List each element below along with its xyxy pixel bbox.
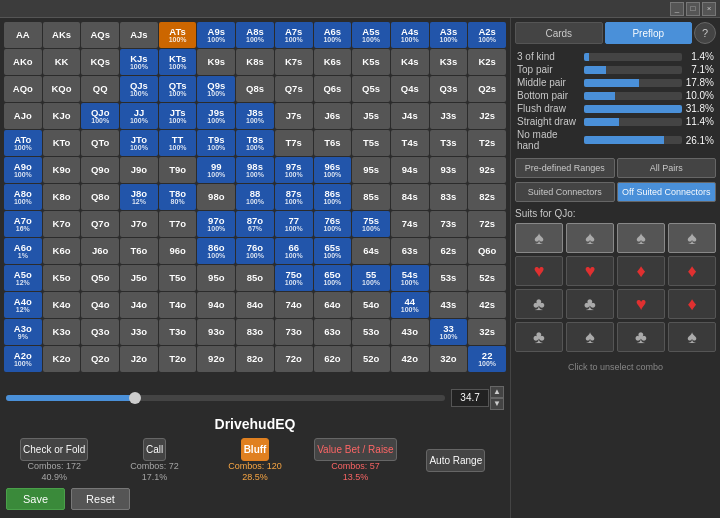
hand-cell[interactable]: 75o100%	[275, 265, 313, 291]
hand-cell[interactable]: Q8o	[81, 184, 119, 210]
help-btn[interactable]: ?	[694, 22, 716, 44]
hand-cell[interactable]: T5o	[159, 265, 197, 291]
hand-cell[interactable]: AJo	[4, 103, 42, 129]
hand-cell[interactable]: K8o	[43, 184, 81, 210]
hand-cell[interactable]: KTo	[43, 130, 81, 156]
suit-cell[interactable]: ♠	[668, 322, 716, 352]
hand-cell[interactable]: J3s	[430, 103, 468, 129]
hand-cell[interactable]: 53o	[352, 319, 390, 345]
hand-cell[interactable]: 65s100%	[314, 238, 352, 264]
hand-cell[interactable]: KQo	[43, 76, 81, 102]
hand-cell[interactable]: K8s	[236, 49, 274, 75]
suit-cell[interactable]: ♠	[617, 223, 665, 253]
hand-cell[interactable]: J2o	[120, 346, 158, 372]
hand-cell[interactable]: 52s	[468, 265, 506, 291]
hand-cell[interactable]: 83s	[430, 184, 468, 210]
hand-cell[interactable]: J7o	[120, 211, 158, 237]
hand-cell[interactable]: ATo100%	[4, 130, 42, 156]
suit-cell[interactable]: ♦	[668, 256, 716, 286]
hand-cell[interactable]: J2s	[468, 103, 506, 129]
hand-cell[interactable]: KK	[43, 49, 81, 75]
hand-cell[interactable]: 54o	[352, 292, 390, 318]
hand-cell[interactable]: J7s	[275, 103, 313, 129]
hand-cell[interactable]: 87s100%	[275, 184, 313, 210]
predefined-ranges-btn[interactable]: Pre-defined Ranges	[515, 158, 615, 178]
hand-cell[interactable]: KJs100%	[120, 49, 158, 75]
suited-connectors-btn[interactable]: Suited Connectors	[515, 182, 615, 202]
hand-cell[interactable]: AQo	[4, 76, 42, 102]
suit-cell[interactable]: ♥	[515, 256, 563, 286]
hand-cell[interactable]: 72s	[468, 211, 506, 237]
hand-cell[interactable]: 92s	[468, 157, 506, 183]
hand-cell[interactable]: Q9s100%	[197, 76, 235, 102]
suit-cell[interactable]: ♣	[566, 289, 614, 319]
hand-cell[interactable]: A2o100%	[4, 346, 42, 372]
hand-cell[interactable]: J6o	[81, 238, 119, 264]
hand-cell[interactable]: 82s	[468, 184, 506, 210]
hand-cell[interactable]: 42o	[391, 346, 429, 372]
hand-cell[interactable]: A6o1%	[4, 238, 42, 264]
hand-cell[interactable]: A7o16%	[4, 211, 42, 237]
hand-cell[interactable]: 85s	[352, 184, 390, 210]
hand-cell[interactable]: Q6s	[314, 76, 352, 102]
hand-cell[interactable]: 76o100%	[236, 238, 274, 264]
cards-tab[interactable]: Cards	[515, 22, 603, 44]
hand-cell[interactable]: J9o	[120, 157, 158, 183]
hand-cell[interactable]: A5o12%	[4, 265, 42, 291]
hand-cell[interactable]: 88100%	[236, 184, 274, 210]
hand-cell[interactable]: QJs100%	[120, 76, 158, 102]
hand-cell[interactable]: QJo100%	[81, 103, 119, 129]
hand-cell[interactable]: 62s	[430, 238, 468, 264]
hand-cell[interactable]: 93o	[197, 319, 235, 345]
hand-cell[interactable]: A4o12%	[4, 292, 42, 318]
hand-cell[interactable]: K3o	[43, 319, 81, 345]
hand-cell[interactable]: 64s	[352, 238, 390, 264]
hand-cell[interactable]: Q3o	[81, 319, 119, 345]
hand-cell[interactable]: 54s100%	[391, 265, 429, 291]
hand-cell[interactable]: T3o	[159, 319, 197, 345]
hand-cell[interactable]: K4o	[43, 292, 81, 318]
hand-cell[interactable]: Q5o	[81, 265, 119, 291]
suit-cell[interactable]: ♣	[617, 322, 665, 352]
hand-cell[interactable]: K5o	[43, 265, 81, 291]
hand-cell[interactable]: K6o	[43, 238, 81, 264]
hand-cell[interactable]: K6s	[314, 49, 352, 75]
hand-cell[interactable]: 77100%	[275, 211, 313, 237]
hand-cell[interactable]: Q6o	[468, 238, 506, 264]
hand-cell[interactable]: Q3s	[430, 76, 468, 102]
hand-cell[interactable]: 96s100%	[314, 157, 352, 183]
hand-cell[interactable]: A3o9%	[4, 319, 42, 345]
hand-cell[interactable]: J9s100%	[197, 103, 235, 129]
hand-cell[interactable]: J8s100%	[236, 103, 274, 129]
hand-cell[interactable]: K9s	[197, 49, 235, 75]
hand-cell[interactable]: 63o	[314, 319, 352, 345]
suit-cell[interactable]: ♦	[617, 256, 665, 286]
hand-cell[interactable]: T8o80%	[159, 184, 197, 210]
suit-cell[interactable]: ♦	[668, 289, 716, 319]
hand-cell[interactable]: QTs100%	[159, 76, 197, 102]
hand-cell[interactable]: QQ	[81, 76, 119, 102]
hand-cell[interactable]: T6s	[314, 130, 352, 156]
hand-cell[interactable]: 83o	[236, 319, 274, 345]
save-btn[interactable]: Save	[6, 488, 65, 510]
hand-cell[interactable]: 64o	[314, 292, 352, 318]
hand-cell[interactable]: J3o	[120, 319, 158, 345]
hand-cell[interactable]: T6o	[120, 238, 158, 264]
hand-cell[interactable]: AKo	[4, 49, 42, 75]
hand-cell[interactable]: J8o12%	[120, 184, 158, 210]
hand-cell[interactable]: K7o	[43, 211, 81, 237]
hand-cell[interactable]: 44100%	[391, 292, 429, 318]
hand-cell[interactable]: JTs100%	[159, 103, 197, 129]
hand-cell[interactable]: 84o	[236, 292, 274, 318]
hand-cell[interactable]: Q7o	[81, 211, 119, 237]
hand-cell[interactable]: J5o	[120, 265, 158, 291]
hand-cell[interactable]: A9o100%	[4, 157, 42, 183]
hand-cell[interactable]: T5s	[352, 130, 390, 156]
hand-cell[interactable]: 52o	[352, 346, 390, 372]
auto-range-btn[interactable]: Auto Range	[426, 449, 485, 472]
hand-cell[interactable]: K2o	[43, 346, 81, 372]
hand-cell[interactable]: 33100%	[430, 319, 468, 345]
hand-cell[interactable]: 63s	[391, 238, 429, 264]
hand-cell[interactable]: 22100%	[468, 346, 506, 372]
hand-cell[interactable]: T4o	[159, 292, 197, 318]
